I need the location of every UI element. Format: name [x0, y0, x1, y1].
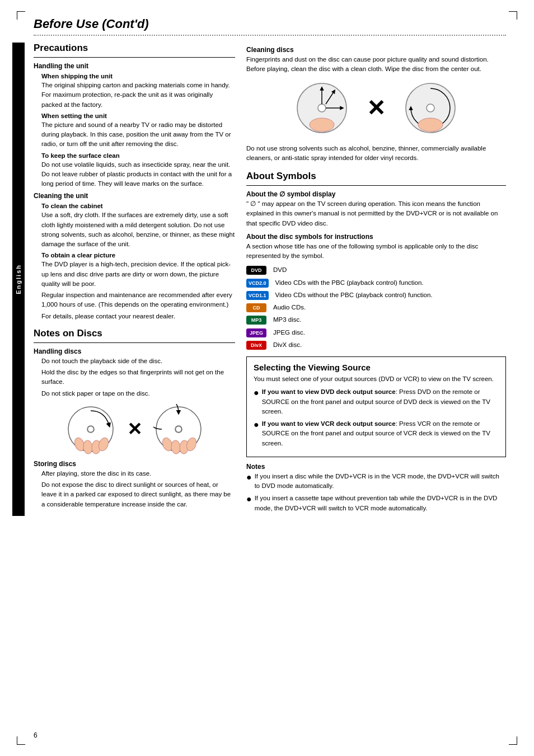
symbol-cd: CD Audio CDs.	[246, 303, 506, 312]
viewing-source-box: Selecting the Viewing Source You must se…	[246, 356, 506, 457]
badge-cd: CD	[246, 303, 266, 312]
cleaning-discs-title: Cleaning discs	[246, 46, 506, 54]
badge-divx: DivX	[246, 341, 266, 350]
handling-text1: Do not touch the playback side of the di…	[34, 356, 235, 366]
surface-text: Do not use volatile liquids, such as ins…	[34, 160, 235, 189]
bullet-dot-note2: ●	[246, 494, 252, 513]
symbol-vcd20: VCD2.0 Video CDs with the PBC (playback …	[246, 278, 506, 288]
viewing-source-intro: You must select one of your output sourc…	[254, 374, 499, 384]
cleaning-x-mark: ✕	[367, 95, 386, 121]
svg-point-5	[82, 440, 92, 454]
storing-discs-title: Storing discs	[34, 460, 235, 468]
badge-jpeg: JPEG	[246, 328, 266, 337]
note2-item: ● If you insert a cassette tape without …	[246, 494, 506, 513]
handling-text2: Hold the disc by the edges so that finge…	[34, 368, 235, 387]
disc-handling-images: ✕	[34, 404, 235, 454]
symbols-list: DVD DVD VCD2.0 Video CDs with the PBC (p…	[246, 265, 506, 350]
note2-text: If you insert a cassette tape without pr…	[255, 494, 506, 513]
cleaning-unit-title: Cleaning the unit	[34, 192, 235, 200]
viewing-source-title: Selecting the Viewing Source	[254, 363, 499, 372]
note1-item: ● If you insert a disc while the DVD+VCR…	[246, 472, 506, 491]
svg-point-21	[310, 118, 334, 132]
disc-symbols-text: A section whose title has one of the fol…	[246, 242, 506, 261]
storing-text2: Do not expose the disc to direct sunligh…	[34, 480, 235, 509]
badge-dvd: DVD	[246, 266, 266, 275]
clear-picture-title: To obtain a clear picture	[34, 252, 235, 259]
handling-discs-title: Handling discs	[34, 348, 235, 355]
english-sidebar: English	[12, 43, 25, 516]
cleaning-ok-disc	[294, 80, 350, 136]
symbol-display-title: About the ∅ symbol display	[246, 190, 506, 198]
setting-title: When setting the unit	[34, 112, 235, 119]
symbol-vcd11: VCD1.1 Video CDs without the PBC (playba…	[246, 290, 506, 300]
svg-point-23	[427, 104, 434, 112]
disc-ok-image	[65, 404, 116, 454]
page-number: 6	[34, 731, 38, 739]
handling-unit-title: Handling the unit	[34, 62, 235, 70]
badge-vcd20: VCD2.0	[246, 279, 269, 288]
disc-no-image	[153, 404, 204, 454]
vcr-source-item: ● If you want to view VCR deck output so…	[254, 419, 499, 448]
cleaning-discs-text1: Fingerprints and dust on the disc can ca…	[246, 55, 506, 74]
shipping-text: The original shipping carton and packing…	[34, 81, 235, 110]
notes-on-discs-title: Notes on Discs	[34, 328, 235, 339]
svg-point-17	[318, 104, 326, 112]
bullet-dot-vcr: ●	[254, 419, 259, 448]
svg-point-13	[170, 440, 180, 454]
svg-point-24	[418, 118, 443, 132]
cleaning-discs-text2: Do not use strong solvents such as alcoh…	[246, 144, 506, 163]
badge-mp3: MP3	[246, 316, 266, 325]
symbol-mp3: MP3 MP3 disc.	[246, 315, 506, 325]
precautions-title: Precautions	[34, 43, 235, 54]
shipping-title: When shipping the unit	[34, 73, 235, 79]
storing-text1: After playing, store the disc in its cas…	[34, 469, 235, 478]
symbol-dvd: DVD DVD	[246, 265, 506, 275]
bullet-dot-dvd: ●	[254, 387, 259, 416]
disc-symbols-title: About the disc symbols for instructions	[246, 233, 506, 241]
cleaning-no-disc	[402, 80, 458, 136]
svg-point-9	[176, 426, 181, 432]
symbol-jpeg: JPEG JPEG disc.	[246, 328, 506, 337]
cleaning-cabinet-text: Use a soft, dry cloth. If the surfaces a…	[34, 210, 235, 249]
symbol-divx: DivX DivX disc.	[246, 340, 506, 350]
dvd-source-item: ● If you want to view DVD deck output so…	[254, 387, 499, 416]
cleaning-disc-images: ✕	[246, 80, 506, 136]
surface-title: To keep the surface clean	[34, 152, 235, 159]
badge-vcd11: VCD1.1	[246, 291, 269, 300]
svg-point-3	[88, 426, 93, 432]
page-title: Before Use (Cont'd)	[34, 17, 506, 31]
clear-picture-text1: The DVD player is a high-tech, precision…	[34, 260, 235, 289]
clear-picture-text2: Regular inspection and maintenance are r…	[34, 290, 235, 310]
about-symbols-title: About Symbols	[246, 171, 506, 182]
symbol-display-text: " ∅ " may appear on the TV screen during…	[246, 199, 506, 228]
handling-text3: Do not stick paper or tape on the disc.	[34, 389, 235, 398]
clear-picture-text3: For details, please contact your nearest…	[34, 312, 235, 321]
note1-text: If you insert a disc while the DVD+VCR i…	[255, 472, 506, 491]
cleaning-cabinet-title: To clean the cabinet	[34, 203, 235, 209]
notes-title: Notes	[246, 463, 506, 471]
notes-section: Notes ● If you insert a disc while the D…	[246, 463, 506, 513]
bullet-dot-note1: ●	[246, 472, 252, 491]
setting-text: The picture and sound of a nearby TV or …	[34, 120, 235, 149]
x-mark: ✕	[127, 419, 142, 440]
